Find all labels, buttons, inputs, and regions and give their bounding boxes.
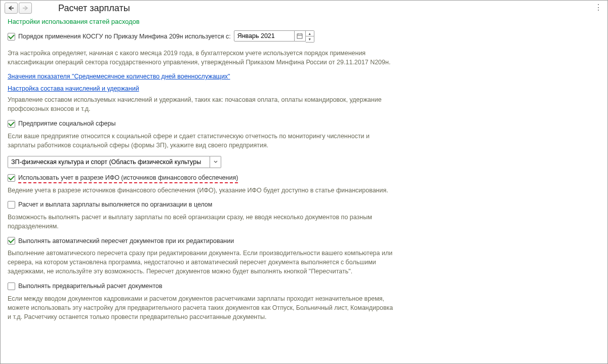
org-whole-checkbox[interactable] xyxy=(8,201,15,209)
accruals-description: Управление составом используемых начисле… xyxy=(8,95,397,113)
chevron-down-icon xyxy=(214,160,218,164)
autorecalc-label: Выполнять автоматический пересчет докуме… xyxy=(18,237,234,245)
page-title: Расчет зарплаты xyxy=(58,3,130,14)
precalc-label: Выполнять предварительный расчет докумен… xyxy=(18,282,163,290)
ifo-checkbox[interactable] xyxy=(8,174,15,182)
kosgu-description: Эта настройка определяет, начиная с како… xyxy=(8,49,397,67)
autorecalc-description: Выполнение автоматического пересчета сра… xyxy=(8,249,397,276)
social-enterprise-checkbox[interactable] xyxy=(8,120,15,128)
org-whole-label: Расчет и выплата зарплаты выполняется по… xyxy=(18,201,212,208)
svg-rect-2 xyxy=(297,34,302,38)
ifo-description: Ведение учета в разрезе источников финан… xyxy=(8,186,397,195)
section-heading: Настройки использования статей расходов xyxy=(8,18,600,25)
precalc-description: Если между вводом документов кадровиками… xyxy=(8,294,397,321)
kosgu-date-input[interactable] xyxy=(234,30,295,42)
date-spinner-down[interactable]: ▼ xyxy=(306,36,314,42)
link-accruals-config[interactable]: Настройка состава начислений и удержаний xyxy=(8,85,139,92)
enterprise-type-select[interactable] xyxy=(8,156,210,168)
org-whole-description: Возможность выполнять расчет и выплату з… xyxy=(8,213,397,231)
nav-back-button[interactable] xyxy=(5,3,18,14)
kosgu-label: Порядок применения КОСГУ по Приказу Минф… xyxy=(18,33,231,40)
calendar-button[interactable] xyxy=(295,30,306,42)
kosgu-checkbox[interactable] xyxy=(8,33,15,41)
precalc-checkbox[interactable] xyxy=(8,282,15,290)
date-spinner-up[interactable]: ▲ xyxy=(306,31,314,36)
autorecalc-checkbox[interactable] xyxy=(8,237,15,245)
calendar-icon xyxy=(297,33,303,39)
social-enterprise-description: Если ваше предприятие относится к социал… xyxy=(8,132,397,150)
arrow-left-icon xyxy=(8,6,14,11)
enterprise-type-dropdown-button[interactable] xyxy=(210,156,221,168)
ifo-label: Использовать учет в разрезе ИФО (источни… xyxy=(18,174,238,181)
kebab-menu-icon[interactable]: ⋮ xyxy=(594,4,602,12)
link-indicator-values[interactable]: Значения показателя "Среднемесячное коли… xyxy=(8,73,230,80)
social-enterprise-label: Предприятие социальной сферы xyxy=(18,120,116,127)
nav-forward-button[interactable] xyxy=(19,3,32,14)
arrow-right-icon xyxy=(22,6,28,11)
